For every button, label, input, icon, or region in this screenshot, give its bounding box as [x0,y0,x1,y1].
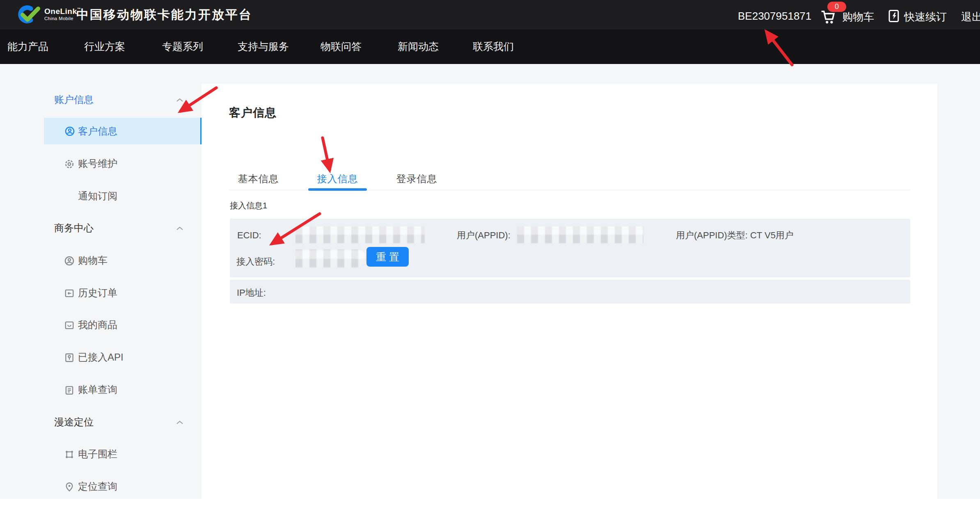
ecid-value-redacted [295,226,425,243]
sidebar-item-location-query[interactable]: 定位查询 [0,478,202,495]
goods-bag-icon [64,320,75,331]
sidebar-item-my-products[interactable]: 我的商品 [0,317,202,333]
nav-item-contact[interactable]: 联系我们 [473,29,514,64]
sidebar-item-connected-api[interactable]: 已接入API [0,349,202,365]
sidebar-item-shopping-cart[interactable]: 购物车 [0,252,202,269]
sidebar-section-account-info[interactable]: 账户信息 [0,91,202,108]
sidebar-item-notification-subscribe[interactable]: 通知订阅 [0,188,202,204]
access-password-label: 接入密码: [236,256,275,268]
tab-bar: 基本信息 接入信息 登录信息 [229,170,910,190]
sidebar-item-customer-info[interactable]: 客户信息 [44,118,202,144]
appid-value-redacted [517,226,643,243]
access-info-group-label: 接入信息1 [230,200,267,211]
appid-label: 用户(APPID): [457,229,511,242]
sidebar: 账户信息 客户信息 账号维护 通知订阅 商务中心 [0,0,202,499]
sidebar-section-business-center[interactable]: 商务中心 [0,220,202,236]
cart-link[interactable]: 购物车 [842,10,874,24]
access-info-card: ECID: 用户(APPID): 用户(APPID)类型: CT V5用户 接入… [230,219,910,277]
onelink-portal-page: OneLink™ China Mobile 中国移动物联卡能力开放平台 BE23… [0,0,980,507]
nav-item-support[interactable]: 支持与服务 [238,29,289,64]
person-circle-icon [64,126,75,137]
sidebar-section-mantu-location[interactable]: 漫途定位 [0,414,202,430]
sidebar-item-electronic-fence[interactable]: 电子围栏 [0,446,202,462]
logout-link[interactable]: 退出 [961,10,980,24]
reset-password-button[interactable]: 重 置 [366,247,409,267]
appid-type-label: 用户(APPID)类型: CT V5用户 [676,229,794,242]
fence-icon [64,449,75,460]
access-password-redacted [295,249,366,267]
chevron-up-icon[interactable] [176,420,184,425]
ip-address-card: IP地址: [230,280,910,304]
main-content-panel: 客户信息 基本信息 接入信息 登录信息 接入信息1 ECID: 用户(APPID… [201,84,937,499]
quick-renew-icon[interactable] [887,9,902,23]
chevron-up-icon[interactable] [176,98,184,103]
history-order-icon [64,288,75,299]
chevron-up-icon[interactable] [176,226,184,231]
page-title: 客户信息 [229,105,277,121]
ip-address-label: IP地址: [237,287,266,299]
account-id[interactable]: BE2307951871 [738,10,811,23]
person-circle-icon [64,256,75,266]
nav-item-qa[interactable]: 物联问答 [321,29,362,64]
api-key-icon [64,352,75,363]
gear-icon [64,159,75,169]
ecid-label: ECID: [237,230,261,241]
nav-item-news[interactable]: 新闻动态 [398,29,439,64]
quick-renew-link[interactable]: 快速续订 [904,10,947,24]
tab-access-info[interactable]: 接入信息 [308,170,367,190]
location-pin-icon [64,482,75,492]
sidebar-item-order-history[interactable]: 历史订单 [0,285,202,301]
bill-clipboard-icon [64,385,75,395]
sidebar-item-account-maintenance[interactable]: 账号维护 [0,155,202,172]
appid-type-value: CT V5用户 [750,230,794,240]
tab-basic-info[interactable]: 基本信息 [229,170,288,190]
tab-login-info[interactable]: 登录信息 [387,170,446,190]
sidebar-item-bill-inquiry[interactable]: 账单查询 [0,381,202,398]
